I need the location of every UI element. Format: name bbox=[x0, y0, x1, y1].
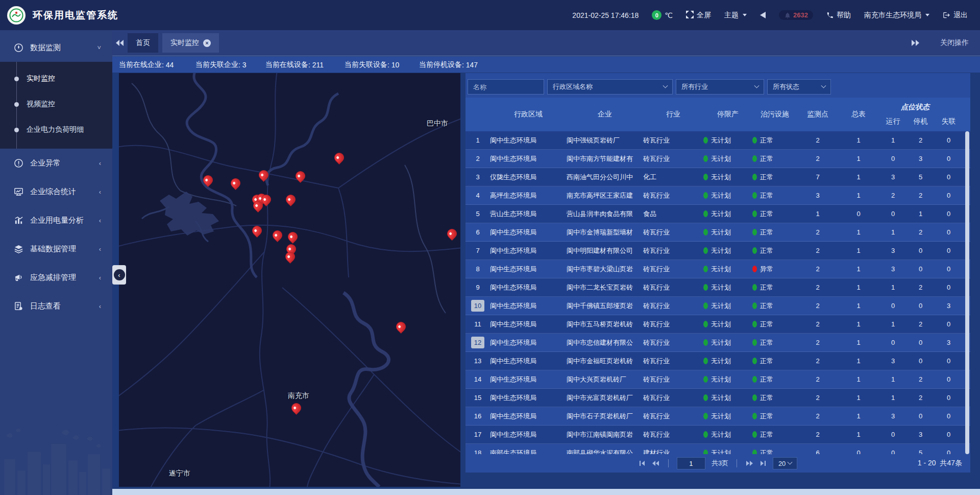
page-size-select[interactable]: 20 bbox=[773, 457, 797, 469]
status-dot-icon bbox=[703, 247, 708, 254]
status-select[interactable]: 所有状态 bbox=[767, 79, 831, 95]
sidebar-group-企业异常[interactable]: 企业异常‹ bbox=[0, 149, 112, 177]
notification-button[interactable]: 2632 bbox=[779, 10, 813, 20]
cell-facility-status: 正常 bbox=[752, 301, 797, 311]
cell-run: 1 bbox=[879, 320, 907, 328]
table-row[interactable]: 7阆中生态环境局阆中明阳建材有限公司砖瓦行业无计划正常21300 bbox=[465, 242, 970, 260]
sidebar-item-企业电力负荷明细[interactable]: 企业电力负荷明细 bbox=[0, 117, 112, 143]
sidebar-group-企业用电量分析[interactable]: 企业用电量分析‹ bbox=[0, 206, 112, 234]
tab-首页[interactable]: 首页 bbox=[128, 33, 158, 53]
cell-facility-status: 正常 bbox=[752, 228, 797, 237]
table-row[interactable]: 13阆中生态环境局阆中市金福旺页岩机砖砖瓦行业无计划正常21300 bbox=[465, 352, 970, 370]
table-scrollbar[interactable] bbox=[965, 131, 969, 454]
help-button[interactable]: 帮助 bbox=[826, 11, 851, 20]
cell-industry: 砖瓦行业 bbox=[643, 338, 703, 347]
last-page-button[interactable] bbox=[760, 460, 767, 467]
table-row[interactable]: 6阆中生态环境局阆中市金博瑞新型墙材砖瓦行业无计划正常21120 bbox=[465, 223, 970, 242]
sidebar-group-基础数据管理[interactable]: 基础数据管理‹ bbox=[0, 234, 112, 263]
table-row[interactable]: 11阆中生态环境局阆中市五马桥页岩机砖砖瓦行业无计划正常21120 bbox=[465, 315, 970, 334]
notification-count: 2632 bbox=[793, 11, 808, 19]
close-icon[interactable]: × bbox=[203, 39, 211, 47]
sound-button[interactable] bbox=[760, 12, 766, 18]
sidebar-collapse-button[interactable]: ‹ bbox=[112, 265, 126, 285]
cell-total-meter: 1 bbox=[838, 412, 879, 420]
cell-industry: 砖瓦行业 bbox=[643, 301, 703, 311]
sidebar-group-企业综合统计[interactable]: 企业综合统计‹ bbox=[0, 177, 112, 206]
page-number-input[interactable] bbox=[677, 457, 705, 469]
phone-icon bbox=[826, 12, 834, 19]
close-operations-button[interactable]: 关闭操作 bbox=[940, 38, 969, 48]
cell-stop-machine: 2 bbox=[907, 192, 934, 199]
table-row[interactable]: 9阆中生态环境局阆中市二龙长宝页岩砖砖瓦行业无计划正常21120 bbox=[465, 278, 970, 297]
cell-run: 3 bbox=[879, 357, 907, 365]
table-row[interactable]: 14阆中生态环境局阆中大兴页岩机砖厂砖瓦行业无计划正常21120 bbox=[465, 370, 970, 389]
cell-region: 阆中生态环境局 bbox=[490, 154, 567, 163]
chevron-left-icon: ‹ bbox=[99, 217, 101, 224]
cell-monitor-points: 2 bbox=[797, 136, 838, 144]
logout-button[interactable]: 退出 bbox=[943, 11, 968, 20]
main-content: 首页实时监控× 关闭操作 当前在线企业: 44当前失联企业: 3当前在线设备: … bbox=[112, 30, 980, 495]
map[interactable]: 巴中市南充市遂宁市 bbox=[119, 73, 460, 487]
region-select[interactable]: 行政区域名称 bbox=[547, 79, 673, 95]
cell-industry: 砖瓦行业 bbox=[643, 228, 703, 237]
status-dot-icon bbox=[703, 229, 708, 235]
cell-industry: 砖瓦行业 bbox=[643, 283, 703, 292]
table-row[interactable]: 17阆中生态环境局阆中市江南镇阆南页岩砖瓦行业无计划正常21030 bbox=[465, 426, 970, 444]
table-row[interactable]: 2阆中生态环境局阆中市南方节能建材有砖瓦行业无计划正常21030 bbox=[465, 150, 970, 168]
table-row[interactable]: 10阆中生态环境局阆中千佛镇五郎垭页岩砖瓦行业无计划正常21003 bbox=[465, 297, 970, 315]
table-row[interactable]: 1阆中生态环境局阆中强锐页岩砖厂砖瓦行业无计划正常21120 bbox=[465, 131, 970, 150]
stat-label: 当前停机设备 bbox=[419, 60, 462, 69]
chevron-left-icon: ‹ bbox=[99, 159, 101, 167]
first-page-button[interactable] bbox=[639, 460, 646, 467]
cell-total-meter: 0 bbox=[838, 449, 879, 454]
cell-lost: 0 bbox=[934, 155, 963, 162]
sidebar-group-日志查看[interactable]: 日志查看‹ bbox=[0, 292, 112, 320]
sidebar-item-视频监控[interactable]: 视频监控 bbox=[0, 91, 112, 117]
table-row[interactable]: 18南部生态环境局南部县砌华水泥有限公建材行业无计划正常60050 bbox=[465, 444, 970, 454]
logout-icon bbox=[943, 11, 950, 19]
cell-index: 15 bbox=[465, 392, 490, 404]
next-page-button[interactable] bbox=[745, 460, 753, 467]
cell-stop-status: 无计划 bbox=[703, 246, 752, 255]
sidebar-group-数据监测[interactable]: 数据监测˅ bbox=[0, 33, 112, 62]
status-dot-icon bbox=[752, 376, 757, 383]
skyline-decoration bbox=[0, 423, 112, 495]
table-row[interactable]: 12阆中生态环境局阆中市忠信建材有限公砖瓦行业无计划正常21003 bbox=[465, 334, 970, 352]
table-row[interactable]: 8阆中生态环境局阆中市枣碧大梁山页岩砖瓦行业无计划异常21300 bbox=[465, 260, 970, 278]
cell-run: 0 bbox=[879, 155, 907, 162]
cell-monitor-points: 6 bbox=[797, 449, 838, 454]
industry-select[interactable]: 所有行业 bbox=[676, 79, 764, 95]
prev-page-button[interactable] bbox=[652, 460, 660, 467]
sidebar-item-实时监控[interactable]: 实时监控 bbox=[0, 66, 112, 91]
city-label-巴中市: 巴中市 bbox=[427, 119, 448, 128]
pagination-bar: 共3页 20 1 - 20 共47条 bbox=[465, 454, 970, 473]
tab-实时监控[interactable]: 实时监控× bbox=[162, 33, 219, 53]
cell-run: 1 bbox=[879, 284, 907, 291]
fullscreen-button[interactable]: 全屏 bbox=[686, 11, 711, 20]
table-row[interactable]: 16阆中生态环境局阆中市石子页岩机砖厂砖瓦行业无计划正常21300 bbox=[465, 407, 970, 426]
sidebar-group-应急减排管理[interactable]: 应急减排管理‹ bbox=[0, 263, 112, 292]
tabs-scroll-left-button[interactable] bbox=[112, 39, 128, 46]
sidebar-group-label: 基础数据管理 bbox=[30, 244, 76, 254]
cell-stop-status: 无计划 bbox=[703, 338, 752, 347]
theme-dropdown[interactable]: 主题 bbox=[724, 11, 747, 20]
cell-company: 西南油气田分公司川中 bbox=[567, 173, 643, 182]
tab-label: 实时监控 bbox=[170, 38, 199, 48]
table-row[interactable]: 5营山生态环境局营山县润丰肉食品有限食品无计划正常10010 bbox=[465, 205, 970, 223]
cell-monitor-points: 2 bbox=[797, 412, 838, 420]
tabs-scroll-right-button[interactable] bbox=[908, 39, 923, 46]
name-search-input[interactable] bbox=[468, 79, 544, 95]
chevron-left-icon: ‹ bbox=[99, 188, 101, 196]
table-row[interactable]: 4高坪生态环境局南充市高坪区王家店建砖瓦行业无计划正常31220 bbox=[465, 186, 970, 205]
cell-index: 4 bbox=[465, 190, 490, 201]
table-row[interactable]: 3仪陇生态环境局西南油气田分公司川中化工无计划正常71350 bbox=[465, 168, 970, 186]
cell-company: 阆中市五马桥页岩机砖 bbox=[567, 320, 643, 329]
stat-value: 3 bbox=[242, 61, 247, 69]
cell-facility-status: 正常 bbox=[752, 412, 797, 421]
gauge-icon bbox=[13, 42, 23, 53]
org-dropdown[interactable]: 南充市生态环境局 bbox=[864, 11, 929, 20]
table-row[interactable]: 15阆中生态环境局阆中市光富页岩机砖厂砖瓦行业无计划正常21120 bbox=[465, 389, 970, 407]
cell-facility-status: 正常 bbox=[752, 338, 797, 347]
cell-stop-machine: 3 bbox=[907, 431, 934, 438]
cell-monitor-points: 2 bbox=[797, 284, 838, 291]
